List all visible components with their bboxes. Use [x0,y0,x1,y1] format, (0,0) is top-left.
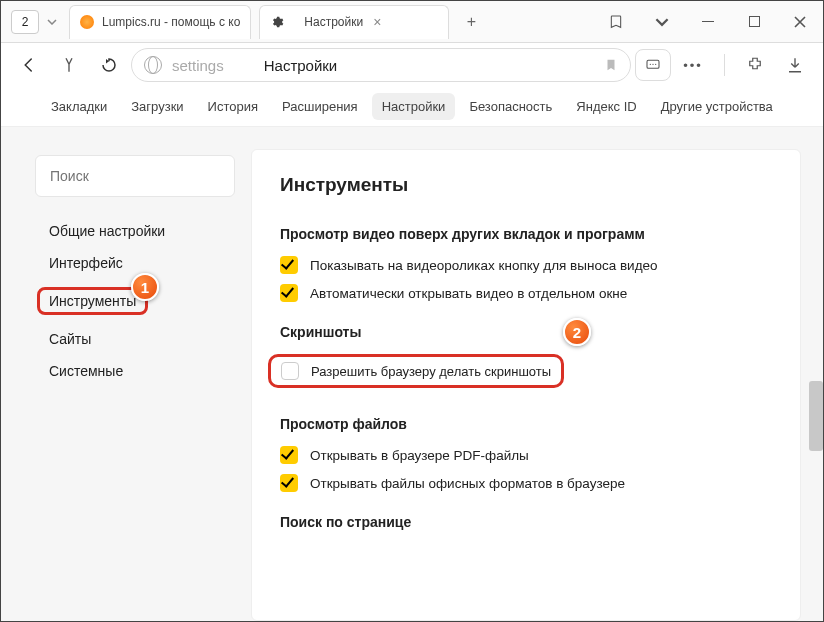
highlighted-option-box: Разрешить браузеру делать скриншоты [268,354,564,388]
checkbox-unchecked-icon[interactable] [281,362,299,380]
sidebar-item-interface[interactable]: Интерфейс [49,255,221,271]
sidebar-item-system[interactable]: Системные [49,363,221,379]
yandex-icon[interactable] [51,49,87,81]
library-icon[interactable] [593,1,639,43]
close-icon[interactable]: × [373,14,381,30]
checkbox-checked-icon[interactable] [280,474,298,492]
omnibox[interactable]: settings Настройки [131,48,631,82]
topnav-security[interactable]: Безопасность [459,93,562,120]
annotation-badge-1: 1 [131,273,159,301]
settings-sidebar: Общие настройки Интерфейс Инструменты 1 … [1,127,241,621]
settings-search-input[interactable] [50,168,220,184]
download-chevron-icon[interactable] [639,1,685,43]
titlebar: 2 Lumpics.ru - помощь с ко Настройки × + [1,1,823,43]
toolbar-divider [715,49,733,81]
option-label: Показывать на видеороликах кнопку для вы… [310,258,658,273]
svg-point-1 [650,64,651,65]
option-open-pdf[interactable]: Открывать в браузере PDF-файлы [280,446,772,464]
option-video-autoopen[interactable]: Автоматически открывать видео в отдельно… [280,284,772,302]
topnav-bookmarks[interactable]: Закладки [41,93,117,120]
option-label: Открывать файлы офисных форматов в брауз… [310,476,625,491]
settings-content: Общие настройки Интерфейс Инструменты 1 … [1,127,823,621]
option-label: Автоматически открывать видео в отдельно… [310,286,627,301]
section-files-title: Просмотр файлов [280,416,772,432]
topnav-downloads[interactable]: Загрузки [121,93,193,120]
back-button[interactable] [11,49,47,81]
svg-point-2 [652,64,653,65]
orange-favicon-icon [80,15,94,29]
settings-search[interactable] [35,155,235,197]
new-tab-button[interactable]: + [457,8,485,36]
section-video-title: Просмотр видео поверх других вкладок и п… [280,226,772,242]
option-video-popout[interactable]: Показывать на видеороликах кнопку для вы… [280,256,772,274]
settings-top-nav: Закладки Загрузки История Расширения Нас… [1,87,823,127]
window-minimize-icon[interactable] [685,1,731,43]
globe-icon [144,56,162,74]
option-open-office[interactable]: Открывать файлы офисных форматов в брауз… [280,474,772,492]
downloads-button[interactable] [777,49,813,81]
tab-lumpics[interactable]: Lumpics.ru - помощь с ко [69,5,251,39]
menu-button[interactable]: ••• [675,49,711,81]
address-bar: settings Настройки ••• [1,43,823,87]
checkbox-checked-icon[interactable] [280,284,298,302]
tab-settings[interactable]: Настройки × [259,5,449,39]
section-screenshots-title: Скриншоты [280,324,772,340]
topnav-other-devices[interactable]: Другие устройства [651,93,783,120]
gear-icon [270,15,284,29]
option-label: Разрешить браузеру делать скриншоты [311,364,551,379]
window-close-icon[interactable] [777,1,823,43]
extensions-button[interactable] [737,49,773,81]
topnav-extensions[interactable]: Расширения [272,93,368,120]
feedback-button[interactable] [635,49,671,81]
tab-counter-button[interactable]: 2 [11,10,39,34]
settings-main-panel: Инструменты Просмотр видео поверх других… [251,149,801,621]
sidebar-item-sites[interactable]: Сайты [49,331,221,347]
omnibox-path: Настройки [264,57,338,74]
reload-button[interactable] [91,49,127,81]
checkbox-checked-icon[interactable] [280,256,298,274]
page-heading: Инструменты [280,174,772,196]
omnibox-host: settings [172,57,224,74]
window-controls [593,1,823,43]
tab-label: Lumpics.ru - помощь с ко [102,15,240,29]
sidebar-item-general[interactable]: Общие настройки [49,223,221,239]
topnav-settings[interactable]: Настройки [372,93,456,120]
topnav-yandex-id[interactable]: Яндекс ID [566,93,646,120]
option-label: Открывать в браузере PDF-файлы [310,448,529,463]
svg-point-3 [655,64,656,65]
section-page-search-title: Поиск по странице [280,514,772,530]
window-maximize-icon[interactable] [731,1,777,43]
scrollbar-thumb[interactable] [809,381,823,451]
topnav-history[interactable]: История [198,93,268,120]
annotation-badge-2: 2 [563,318,591,346]
tab-label: Настройки [304,15,363,29]
bookmark-icon[interactable] [604,57,618,73]
checkbox-checked-icon[interactable] [280,446,298,464]
tab-dropdown-icon[interactable] [43,19,61,25]
